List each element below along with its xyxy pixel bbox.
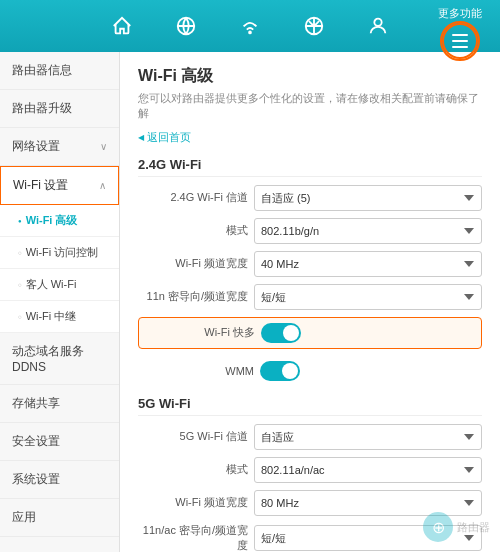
nav-icons <box>104 8 396 44</box>
page-desc: 您可以对路由器提供更多个性化的设置，请在修改相关配置前请确保了解 <box>138 91 482 122</box>
label-5g-bandwidth: Wi-Fi 频道宽度 <box>138 495 248 510</box>
nav-user[interactable] <box>360 8 396 44</box>
more-button[interactable]: 更多功能 <box>438 6 482 59</box>
return-link[interactable]: 返回首页 <box>138 130 482 145</box>
sidebar-sub-wifi-access-control[interactable]: Wi-Fi 访问控制 <box>0 237 119 269</box>
row-5g-channel: 5G Wi-Fi 信道 自适应 <box>138 424 482 450</box>
nav-grid[interactable] <box>296 8 332 44</box>
sidebar-item-router-info[interactable]: 路由器信息 <box>0 52 119 90</box>
select-5g-channel[interactable]: 自适应 <box>254 424 482 450</box>
sidebar-item-system[interactable]: 系统设置 <box>0 461 119 499</box>
more-circle[interactable] <box>442 23 478 59</box>
page-title: Wi-Fi 高级 <box>138 66 482 87</box>
sidebar-item-app[interactable]: 应用 <box>0 499 119 537</box>
select-24g-11n[interactable]: 短/短 <box>254 284 482 310</box>
sidebar-item-ddns[interactable]: 动态域名服务 DDNS <box>0 333 119 385</box>
chevron-down-icon: ∨ <box>100 141 107 152</box>
row-24g-mode: 模式 802.11b/g/n <box>138 218 482 244</box>
top-nav: 更多功能 <box>0 0 500 52</box>
sidebar-sub-guest-wifi[interactable]: 客人 Wi-Fi <box>0 269 119 301</box>
select-24g-mode[interactable]: 802.11b/g/n <box>254 218 482 244</box>
chevron-up-icon: ∧ <box>99 180 106 191</box>
nav-globe[interactable] <box>168 8 204 44</box>
label-5g-channel: 5G Wi-Fi 信道 <box>138 429 248 444</box>
content-area: Wi-Fi 高级 您可以对路由器提供更多个性化的设置，请在修改相关配置前请确保了… <box>120 52 500 552</box>
watermark-icon: ⊕ <box>423 512 453 542</box>
label-24g-wmm: WMM <box>144 365 254 377</box>
row-5g-mode: 模式 802.11a/n/ac <box>138 457 482 483</box>
select-24g-channel[interactable]: 自适应 (5) <box>254 185 482 211</box>
section-24g-title: 2.4G Wi-Fi <box>138 157 482 177</box>
toggle-24g-wifi[interactable] <box>261 323 301 343</box>
row-24g-11n: 11n 密导向/频道宽度 短/短 <box>138 284 482 310</box>
sidebar: 路由器信息 路由器升级 网络设置 ∨ Wi-Fi 设置 ∧ Wi-Fi 高级 W… <box>0 52 120 552</box>
sidebar-item-storage-share[interactable]: 存储共享 <box>0 385 119 423</box>
section-5g-title: 5G Wi-Fi <box>138 396 482 416</box>
label-24g-11n: 11n 密导向/频道宽度 <box>138 289 248 304</box>
sidebar-sub-wifi-bridge[interactable]: Wi-Fi 中继 <box>0 301 119 333</box>
label-5g-11n: 11n/ac 密导向/频道宽度 <box>138 523 248 552</box>
label-24g-wifi-switch: Wi-Fi 快多 <box>145 325 255 340</box>
svg-point-3 <box>374 19 381 26</box>
select-24g-bandwidth[interactable]: 40 MHz <box>254 251 482 277</box>
sidebar-sub-wifi-advanced[interactable]: Wi-Fi 高级 <box>0 205 119 237</box>
sidebar-item-security[interactable]: 安全设置 <box>0 423 119 461</box>
toggle-24g-wmm[interactable] <box>260 361 300 381</box>
sidebar-item-router-upgrade[interactable]: 路由器升级 <box>0 90 119 128</box>
toggle-row-24g-wmm: WMM <box>138 356 482 386</box>
label-5g-mode: 模式 <box>138 462 248 477</box>
label-24g-bandwidth: Wi-Fi 频道宽度 <box>138 256 248 271</box>
main-layout: 路由器信息 路由器升级 网络设置 ∨ Wi-Fi 设置 ∧ Wi-Fi 高级 W… <box>0 52 500 552</box>
watermark-text: 路由器 <box>457 520 490 535</box>
watermark: ⊕ 路由器 <box>423 512 490 542</box>
nav-wifi[interactable] <box>232 8 268 44</box>
sidebar-item-wifi-settings[interactable]: Wi-Fi 设置 ∧ <box>0 166 119 205</box>
row-24g-channel: 2.4G Wi-Fi 信道 自适应 (5) <box>138 185 482 211</box>
toggle-slider-24g-wmm <box>260 361 300 381</box>
select-5g-mode[interactable]: 802.11a/n/ac <box>254 457 482 483</box>
nav-home[interactable] <box>104 8 140 44</box>
sidebar-sub-wifi: Wi-Fi 高级 Wi-Fi 访问控制 客人 Wi-Fi Wi-Fi 中继 <box>0 205 119 333</box>
hamburger-icon <box>452 34 468 48</box>
more-label: 更多功能 <box>438 6 482 21</box>
svg-point-1 <box>249 32 251 34</box>
label-24g-channel: 2.4G Wi-Fi 信道 <box>138 190 248 205</box>
toggle-slider-24g-wifi <box>261 323 301 343</box>
sidebar-item-network-settings[interactable]: 网络设置 ∨ <box>0 128 119 166</box>
toggle-row-24g-wifi: Wi-Fi 快多 <box>138 317 482 349</box>
row-24g-bandwidth: Wi-Fi 频道宽度 40 MHz <box>138 251 482 277</box>
label-24g-mode: 模式 <box>138 223 248 238</box>
